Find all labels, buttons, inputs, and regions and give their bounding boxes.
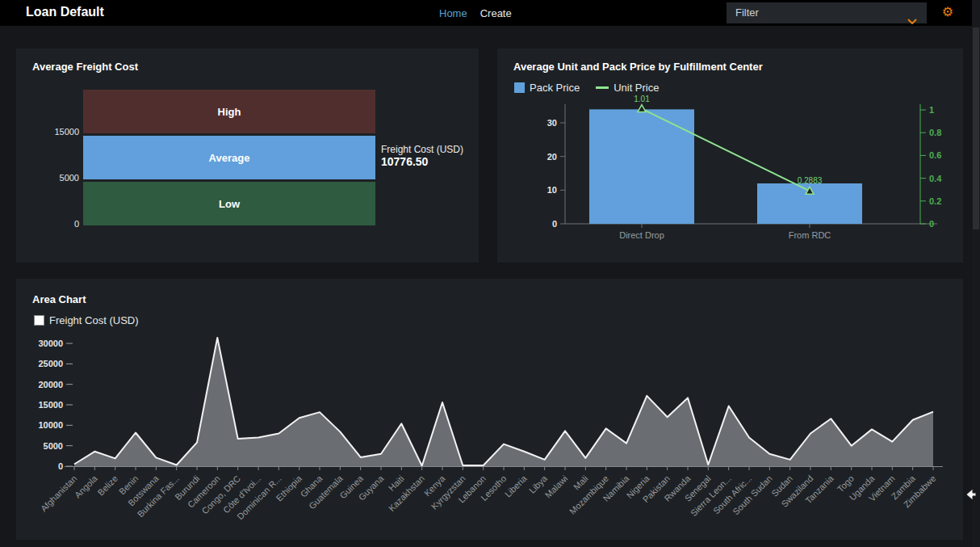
main-nav: Home Create: [439, 7, 512, 19]
top-bar: Loan Default Home Create Filter ⚙: [0, 0, 980, 26]
combo-right-tick-label: 0.4: [929, 174, 942, 183]
gauge-value: 10776.50: [381, 155, 463, 168]
area-ytick-label: 0: [58, 461, 63, 471]
filter-dropdown[interactable]: Filter: [727, 2, 927, 23]
combo-left-tick-label: 30: [547, 118, 557, 128]
gauge-band-low: Low: [83, 182, 375, 225]
area-category-label: Angola: [73, 473, 99, 499]
nav-create[interactable]: Create: [480, 7, 512, 19]
combo-legend: Pack Price Unit Price: [514, 82, 660, 94]
pack-price-swatch: [514, 82, 525, 93]
combo-chart: 010203000.20.40.60.81Direct DropFrom RDC…: [497, 93, 963, 255]
combo-left-tick-label: 20: [547, 152, 557, 162]
gauge-tick-label: 5000: [40, 173, 79, 183]
combo-right-tick-label: 1: [929, 105, 934, 115]
chevron-down-icon: [907, 11, 917, 32]
settings-button[interactable]: ⚙: [939, 3, 957, 21]
area-ytick-label: 25000: [38, 359, 63, 368]
gauge-value-label: Freight Cost (USD): [381, 144, 463, 155]
panel-unit-pack-price: Average Unit and Pack Price by Fulfillme…: [497, 48, 963, 263]
area-ytick-label: 20000: [38, 380, 63, 389]
combo-category-label: Direct Drop: [619, 230, 664, 240]
combo-left-tick-label: 10: [547, 185, 557, 195]
area-ytick-label: 5000: [44, 441, 63, 451]
freight-cost-legend-checkbox[interactable]: [34, 315, 44, 326]
area-ytick-label: 30000: [38, 339, 63, 348]
area-category-label: Belize: [95, 473, 119, 498]
combo-left-tick-label: 0: [552, 219, 557, 229]
area-chart: 050001000015000200002500030000Afghanista…: [16, 327, 963, 539]
gauge-band-label: Average: [209, 152, 250, 164]
scrollbar-thumb[interactable]: [973, 27, 979, 229]
dashboard: Loan Default Home Create Filter ⚙ Averag…: [0, 0, 980, 547]
gauge-band-high: High: [83, 90, 375, 133]
unit-price-legend-label[interactable]: Unit Price: [614, 82, 659, 94]
freight-cost-legend-label: Freight Cost (USD): [49, 314, 139, 326]
combo-chart-title: Average Unit and Pack Price by Fulfillme…: [513, 61, 763, 73]
combo-right-tick-label: 0.2: [929, 196, 941, 206]
gauge-value-readout: Freight Cost (USD) 10776.50: [381, 144, 463, 168]
gauge-chart-title: Average Freight Cost: [32, 61, 138, 73]
unit-price-data-label: 1.01: [634, 95, 650, 103]
pack-price-legend-label[interactable]: Pack Price: [530, 82, 580, 94]
gauge-band-label: Low: [219, 198, 240, 210]
gauge-band-label: High: [218, 106, 241, 118]
unit-price-marker-0[interactable]: [638, 105, 646, 112]
combo-right-tick-label: 0.8: [929, 128, 941, 137]
combo-right-tick-label: 0: [929, 219, 934, 229]
area-legend: Freight Cost (USD): [34, 314, 139, 326]
gauge-bands: HighAverageLow: [83, 90, 375, 228]
page-title: Loan Default: [26, 5, 104, 19]
gauge-tick-label: 15000: [40, 127, 79, 137]
area-category-label: Liberia: [503, 473, 529, 499]
unit-price-line-swatch: [596, 86, 609, 89]
freight-cost-area[interactable]: [74, 338, 933, 466]
mouse-cursor: [965, 488, 977, 504]
panel-average-freight-cost: Average Freight Cost HighAverageLow 1500…: [16, 48, 479, 263]
area-ytick-label: 15000: [38, 400, 63, 410]
gear-icon: ⚙: [942, 5, 953, 19]
gauge-band-average: Average: [83, 136, 375, 179]
area-category-label: Malawi: [543, 473, 570, 500]
combo-right-tick-label: 0.6: [929, 150, 941, 160]
unit-price-data-label: 0.2883: [798, 176, 823, 185]
area-chart-title: Area Chart: [32, 293, 86, 305]
panel-area-chart: Area Chart Freight Cost (USD) 0500010000…: [16, 279, 963, 540]
nav-home[interactable]: Home: [439, 7, 467, 19]
filter-value: Filter: [735, 6, 759, 19]
gauge-tick-label: 0: [40, 219, 79, 229]
area-ytick-label: 10000: [38, 420, 63, 430]
combo-category-label: From RDC: [789, 230, 831, 240]
